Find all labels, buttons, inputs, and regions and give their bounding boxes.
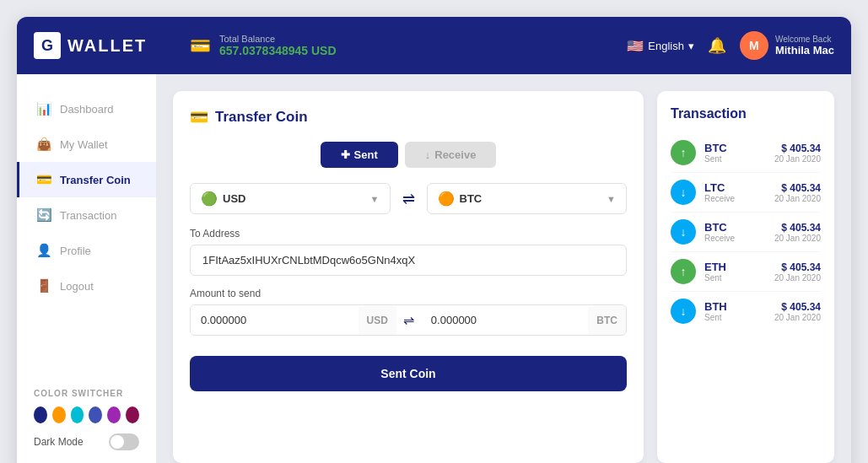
header: G WALLET 💳 Total Balance 657.0378348945 … xyxy=(17,17,851,74)
color-switcher: COLOR SWITCHER Dark Mode xyxy=(17,376,156,463)
transfer-icon: 💳 xyxy=(36,172,51,187)
dashboard-icon: 📊 xyxy=(36,101,51,116)
avatar: M xyxy=(740,31,768,60)
tx-amount: $ 405.34 xyxy=(774,301,821,313)
transfer-title-text: Transfer Coin xyxy=(215,109,308,126)
usd-icon: 🟢 xyxy=(201,191,218,207)
sidebar-item-transaction-label: Transaction xyxy=(60,209,116,222)
currency-row: 🟢 USD ▼ ⇌ 🟠 BTC ▼ xyxy=(190,183,627,214)
sidebar-item-logout-label: Logout xyxy=(60,280,94,293)
tx-direction-icon: ↓ xyxy=(671,180,696,205)
language-text: English xyxy=(648,40,684,52)
transaction-item: ↓ BTH Sent $ 405.34 20 Jan 2020 xyxy=(671,292,821,331)
notification-bell-icon[interactable]: 🔔 xyxy=(708,36,726,55)
tx-amount: $ 405.34 xyxy=(774,182,821,194)
tabs: ✚ Sent ↓ Receive xyxy=(190,142,627,168)
tx-date: 20 Jan 2020 xyxy=(774,154,821,164)
amount-row: USD ⇌ BTC xyxy=(190,304,627,336)
sidebar-item-transaction[interactable]: 🔄 Transaction xyxy=(17,197,156,233)
btc-icon: 🟠 xyxy=(438,191,455,207)
tx-info: BTH Sent xyxy=(704,300,766,322)
amount-usd-input[interactable] xyxy=(191,305,359,335)
transaction-item: ↑ BTC Sent $ 405.34 20 Jan 2020 xyxy=(671,133,821,173)
tx-amount-info: $ 405.34 20 Jan 2020 xyxy=(774,143,821,164)
welcome-label: Welcome Back xyxy=(775,35,834,44)
tx-direction-icon: ↓ xyxy=(671,299,696,324)
tx-coin: BTC xyxy=(704,221,766,234)
panel-title: 💳 Transfer Coin xyxy=(190,108,627,127)
color-dot[interactable] xyxy=(126,406,139,423)
color-dot[interactable] xyxy=(107,406,121,423)
to-currency-name: BTC xyxy=(460,192,602,205)
tx-type: Sent xyxy=(704,273,766,283)
content-area: 💳 Transfer Coin ✚ Sent ↓ Receive 🟢 xyxy=(156,74,851,463)
app-wrapper: G WALLET 💳 Total Balance 657.0378348945 … xyxy=(17,17,851,463)
transaction-item: ↓ LTC Receive $ 405.34 20 Jan 2020 xyxy=(671,173,821,213)
header-right: 🇺🇸 English ▾ 🔔 M Welcome Back Mithila Ma… xyxy=(627,31,834,60)
tx-date: 20 Jan 2020 xyxy=(774,313,821,322)
sidebar-item-my-wallet[interactable]: 👜 My Wallet xyxy=(17,127,156,162)
user-info[interactable]: M Welcome Back Mithila Mac xyxy=(740,31,834,60)
tab-receive[interactable]: ↓ Receive xyxy=(405,142,497,168)
sidebar-item-logout[interactable]: 🚪 Logout xyxy=(17,268,156,304)
color-dot[interactable] xyxy=(71,406,84,423)
to-address-input[interactable] xyxy=(190,245,627,276)
tx-date: 20 Jan 2020 xyxy=(774,273,821,283)
to-address-group: To Address xyxy=(190,228,627,276)
tx-date: 20 Jan 2020 xyxy=(774,234,821,243)
dark-mode-toggle[interactable] xyxy=(109,433,139,450)
logout-icon: 🚪 xyxy=(36,278,51,293)
transfer-title-icon: 💳 xyxy=(190,108,208,127)
to-currency-select[interactable]: 🟠 BTC ▼ xyxy=(427,183,628,214)
sidebar-item-transfer-label: Transfer Coin xyxy=(60,174,131,186)
balance-info: Total Balance 657.0378348945 USD xyxy=(219,34,337,57)
tx-info: BTC Sent xyxy=(704,142,766,164)
tx-amount-info: $ 405.34 20 Jan 2020 xyxy=(774,301,821,322)
tx-coin: BTC xyxy=(704,142,766,154)
welcome-name: Mithila Mac xyxy=(775,44,834,57)
transaction-icon: 🔄 xyxy=(36,207,51,223)
tx-date: 20 Jan 2020 xyxy=(774,194,821,203)
from-currency-select[interactable]: 🟢 USD ▼ xyxy=(190,183,391,214)
sidebar-item-dashboard[interactable]: 📊 Dashboard xyxy=(17,91,156,127)
tx-amount-info: $ 405.34 20 Jan 2020 xyxy=(774,182,821,203)
transaction-item: ↓ BTC Receive $ 405.34 20 Jan 2020 xyxy=(671,213,821,252)
tx-coin: LTC xyxy=(704,181,766,194)
amount-label: Amount to send xyxy=(190,288,627,299)
currency-swap-icon[interactable]: ⇌ xyxy=(397,190,420,208)
language-selector[interactable]: 🇺🇸 English ▾ xyxy=(627,38,694,54)
sidebar: 📊 Dashboard 👜 My Wallet 💳 Transfer Coin … xyxy=(17,74,156,463)
amount-swap-icon: ⇌ xyxy=(396,312,421,328)
tx-info: ETH Sent xyxy=(704,261,766,283)
to-currency-dropdown-arrow: ▼ xyxy=(607,194,616,204)
sidebar-item-dashboard-label: Dashboard xyxy=(60,103,114,116)
tab-receive-label: Receive xyxy=(434,148,476,161)
tx-type: Receive xyxy=(704,234,766,243)
dark-mode-label: Dark Mode xyxy=(34,436,84,448)
balance-label: Total Balance xyxy=(219,34,337,44)
tab-sent[interactable]: ✚ Sent xyxy=(321,142,398,168)
to-address-label: To Address xyxy=(190,228,627,240)
amount-btc-input[interactable] xyxy=(421,305,589,335)
sidebar-item-profile[interactable]: 👤 Profile xyxy=(17,233,156,268)
tx-direction-icon: ↑ xyxy=(671,259,696,284)
header-balance: 💳 Total Balance 657.0378348945 USD xyxy=(173,34,627,57)
send-coin-button[interactable]: Sent Coin xyxy=(190,356,627,391)
from-currency-dropdown-arrow: ▼ xyxy=(370,194,380,204)
color-dots xyxy=(34,406,139,423)
balance-icon: 💳 xyxy=(190,35,211,56)
color-dot[interactable] xyxy=(52,406,66,423)
balance-amount: 657.0378348945 USD xyxy=(219,44,337,57)
logo-icon: G xyxy=(34,32,61,59)
sidebar-item-transfer-coin[interactable]: 💳 Transfer Coin xyxy=(17,162,156,197)
transaction-title: Transaction xyxy=(671,106,821,121)
tx-info: BTC Receive xyxy=(704,221,766,243)
welcome-text: Welcome Back Mithila Mac xyxy=(775,35,834,57)
tx-amount: $ 405.34 xyxy=(774,261,821,273)
tx-info: LTC Receive xyxy=(704,181,766,203)
tx-coin: BTH xyxy=(704,300,766,313)
sidebar-item-profile-label: Profile xyxy=(60,245,91,257)
color-dot[interactable] xyxy=(89,406,102,423)
color-dot[interactable] xyxy=(34,406,47,423)
transfer-panel: 💳 Transfer Coin ✚ Sent ↓ Receive 🟢 xyxy=(173,91,644,463)
